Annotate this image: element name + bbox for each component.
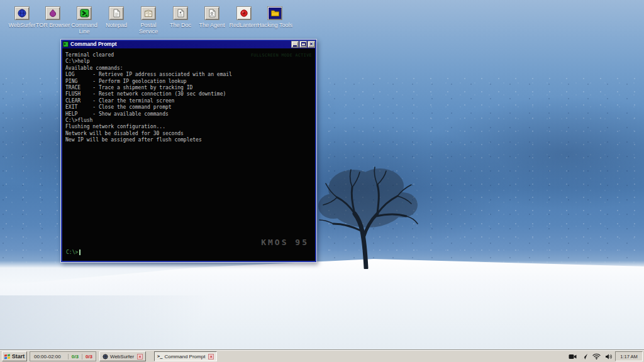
desktop-icon-notepad[interactable]: Notepad	[99, 6, 134, 28]
desktop-icon-tor-browser[interactable]: TOR Browser	[35, 6, 70, 28]
text-cursor	[79, 250, 80, 255]
tab-close-icon[interactable]: ×	[208, 354, 214, 359]
window-titlebar[interactable]: Command Prompt ×	[61, 40, 316, 48]
command-prompt-window: Command Prompt × Terminal cleared FULLSC…	[60, 39, 317, 263]
desktop-icon-label: Command Line	[67, 22, 102, 35]
window-title: Command Prompt	[70, 41, 291, 47]
desktop-icon-label: Notepad	[99, 22, 134, 28]
shift-timer-panel: 00:00-02:00 0/3 0/3	[30, 351, 96, 361]
desktop-icon-label: RedLantern	[226, 22, 262, 28]
wallpaper-tree	[314, 156, 421, 269]
close-icon: ×	[309, 41, 313, 47]
desktop-icon-command-line[interactable]: Command Line	[67, 6, 102, 35]
taskbar-tab-websurfer[interactable]: WebSurfer ×	[99, 351, 146, 361]
maximize-icon	[301, 42, 306, 46]
terminal-icon: >_	[157, 354, 162, 359]
shift-timer: 00:00-02:00	[30, 354, 68, 359]
notepad-icon	[109, 6, 124, 20]
red-lantern-icon	[236, 6, 252, 20]
desktop-icon-label: Postal Service	[131, 22, 166, 35]
terminal-icon	[63, 41, 69, 47]
taskbar: Start 00:00-02:00 0/3 0/3 WebSurfer × >_…	[0, 349, 644, 362]
desktop-icon-label: The Doc	[163, 22, 198, 28]
terminal-body[interactable]: Terminal cleared FULLSCREEN MODE ACTIVE …	[62, 50, 315, 261]
globe-icon	[14, 6, 30, 20]
location-arrow-icon[interactable]	[581, 353, 588, 360]
taskbar-tab-label: WebSurfer	[110, 354, 134, 359]
desktop-icon-redlantern[interactable]: RedLantern	[226, 6, 262, 28]
taskbar-tab-label: Command Prompt	[164, 354, 205, 359]
taskbar-tab-command-prompt[interactable]: >_ Command Prompt ×	[154, 351, 217, 361]
terminal-line: FLUSH - Reset network connection (30 sec…	[65, 91, 312, 97]
counter-green: 0/3	[68, 354, 82, 359]
terminal-line: LOG - Retrieve IP address associated wit…	[65, 72, 312, 78]
terminal-line: EXIT - Close the command prompt	[65, 104, 312, 111]
camera-icon[interactable]	[569, 353, 577, 360]
terminal-line: Network will be disabled for 30 seconds	[65, 131, 312, 137]
folder-icon	[267, 6, 282, 20]
terminal-line: TRACE - Trace a shipment by tracking ID	[65, 85, 312, 91]
agent-file-icon	[204, 6, 219, 20]
maximize-button[interactable]	[299, 41, 307, 48]
terminal-line: C:\>help	[65, 58, 312, 65]
terminal-line: C:\>flush	[65, 118, 312, 124]
start-button[interactable]: Start	[2, 351, 27, 361]
document-icon	[173, 6, 188, 20]
desktop-icon-label: WebSurfer	[4, 22, 40, 28]
desktop: WebSurfer TOR Browser Command Line Notep…	[0, 0, 644, 362]
onion-icon	[45, 6, 60, 20]
counter-red: 0/3	[82, 354, 96, 359]
volume-icon[interactable]	[605, 353, 613, 360]
minimize-icon	[293, 45, 297, 47]
terminal-line: Flushing network configuration...	[65, 124, 312, 130]
close-button[interactable]: ×	[308, 41, 315, 48]
desktop-icon-websurfer[interactable]: WebSurfer	[4, 6, 40, 28]
wifi-icon[interactable]	[592, 353, 601, 359]
terminal-line: Available commands:	[65, 65, 312, 72]
terminal-line: CLEAR - Clear the terminal screen	[65, 98, 312, 104]
clock-text: 1:17 AM	[620, 354, 638, 359]
terminal-line: New IP will be assigned after flush comp…	[65, 137, 312, 143]
package-icon	[141, 6, 156, 20]
desktop-icon-the-doc[interactable]: The Doc	[163, 6, 198, 28]
start-label: Start	[12, 353, 25, 359]
windows-logo-icon	[4, 354, 10, 359]
terminal-status-right: FULLSCREEN MODE ACTIVE	[251, 52, 312, 58]
tab-close-icon[interactable]: ×	[137, 354, 143, 359]
terminal-icon	[77, 6, 92, 20]
terminal-status-left: Terminal cleared	[65, 52, 114, 58]
desktop-icon-label: Hacking Tools	[257, 22, 292, 28]
minimize-button[interactable]	[291, 41, 299, 48]
taskbar-clock[interactable]: 1:17 AM	[615, 351, 643, 361]
desktop-icon-label: TOR Browser	[35, 22, 70, 28]
prompt-text: C:\>	[66, 250, 78, 255]
desktop-icon-hacking-tools[interactable]: Hacking Tools	[257, 6, 292, 28]
desktop-icon-the-agent[interactable]: The Agent	[194, 6, 230, 28]
terminal-status-line: Terminal cleared FULLSCREEN MODE ACTIVE	[65, 52, 312, 58]
globe-icon	[103, 354, 108, 359]
terminal-watermark: KMOS 95	[261, 238, 309, 247]
desktop-icon-label: The Agent	[194, 22, 230, 28]
terminal-line: PING - Perform IP geolocation lookup	[65, 79, 312, 85]
desktop-icon-postal-service[interactable]: Postal Service	[131, 6, 166, 35]
terminal-prompt[interactable]: C:\>	[66, 250, 80, 255]
terminal-line: HELP - Show available commands	[65, 111, 312, 118]
